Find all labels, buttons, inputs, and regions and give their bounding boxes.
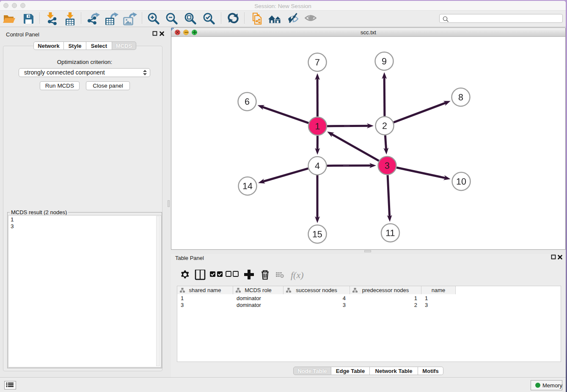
svg-text:15: 15 bbox=[312, 229, 322, 239]
svg-text:14: 14 bbox=[242, 181, 253, 191]
svg-text:7: 7 bbox=[315, 57, 320, 67]
svg-text:f(x): f(x) bbox=[291, 270, 304, 280]
svg-text:3: 3 bbox=[385, 161, 390, 171]
svg-text:11: 11 bbox=[385, 228, 395, 238]
svg-text:8: 8 bbox=[458, 92, 463, 102]
svg-text:10: 10 bbox=[456, 177, 466, 187]
svg-text:4: 4 bbox=[315, 161, 320, 171]
svg-text:1: 1 bbox=[315, 121, 320, 131]
svg-text:2: 2 bbox=[382, 121, 387, 131]
svg-text:9: 9 bbox=[382, 56, 387, 66]
svg-text:6: 6 bbox=[245, 97, 250, 107]
